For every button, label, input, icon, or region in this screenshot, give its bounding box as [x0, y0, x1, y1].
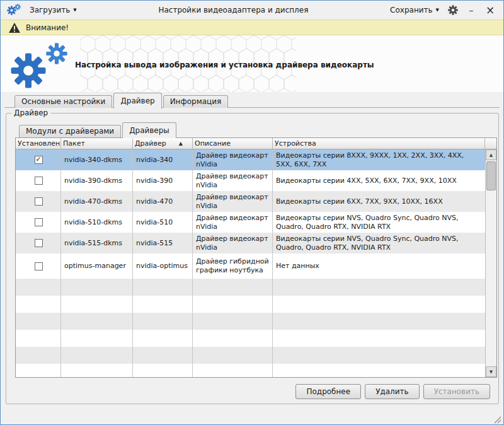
titlebar: Загрузить ▼ Настройки видеоадаптера и ди… — [1, 1, 503, 20]
installed-checkbox[interactable] — [35, 197, 43, 206]
installed-checkbox[interactable] — [35, 218, 43, 226]
column-divider — [132, 149, 133, 377]
sort-ascending-icon: ▲ — [179, 141, 183, 146]
table-row[interactable]: nvidia-390-dkms nvidia-390 Драйвер видео… — [16, 170, 485, 191]
driver-cell: nvidia-340 — [133, 149, 193, 170]
save-menu-label: Сохранить — [390, 6, 433, 15]
minimize-button[interactable]: – — [464, 4, 478, 16]
install-button[interactable]: Установить — [423, 384, 490, 399]
tab-drivers[interactable]: Драйверы — [122, 122, 176, 138]
tab-driver-modules[interactable]: Модули с драйверами — [19, 125, 121, 137]
driver-cell: nvidia-510 — [133, 212, 193, 233]
devices-cell: Видеокарты серии 8XXX, 9XXX, 1XX, 2XX, 3… — [273, 149, 485, 170]
col-header-package[interactable]: Пакет — [61, 138, 133, 149]
details-button[interactable]: Подробнее — [295, 384, 361, 399]
load-menu-label: Загрузить — [30, 6, 70, 15]
package-cell: nvidia-340-dkms — [61, 149, 133, 170]
description-cell: Драйвер видеокарт nVidia — [193, 233, 273, 253]
driver-cell: nvidia-390 — [133, 170, 193, 191]
tab-main-settings[interactable]: Основные настройки — [14, 95, 112, 108]
app-gears-icon — [7, 3, 22, 17]
remove-button[interactable]: Удалить — [365, 384, 420, 399]
package-cell: nvidia-470-dkms — [61, 191, 133, 212]
dropdown-arrow-icon: ▼ — [73, 8, 76, 13]
scrollbar-thumb[interactable] — [486, 161, 496, 190]
description-cell: Драйвер видеокарт nVidia — [193, 212, 273, 233]
save-menu-button[interactable]: Сохранить ▼ — [387, 4, 442, 16]
devices-cell: Видеокарты серии NVS, Quadro Sync, Quadr… — [273, 233, 485, 253]
installed-checkbox[interactable] — [35, 177, 43, 185]
column-divider — [192, 149, 193, 377]
description-cell: Драйвер гибридной графики ноутбука — [193, 253, 273, 279]
devices-cell: Видеокарты серии 4XX, 5XX, 6XX, 7XX, 9XX… — [273, 170, 485, 191]
devices-cell: Видеокарты серии 6XX, 7XX, 9XX, 10XX, 16… — [273, 191, 485, 212]
col-header-devices[interactable]: Устройства — [273, 138, 485, 149]
resize-grip[interactable] — [493, 414, 501, 422]
col-header-driver[interactable]: Драйвер ▲ — [133, 138, 193, 149]
tab-driver[interactable]: Драйвер — [113, 93, 161, 108]
header-corner — [485, 138, 496, 149]
app-window: Загрузить ▼ Настройки видеоадаптера и ди… — [0, 0, 504, 425]
load-menu-button[interactable]: Загрузить ▼ — [27, 4, 79, 16]
warning-triangle-icon — [8, 22, 21, 33]
devices-cell: Видеокарты серии NVS, Quadro Sync, Quadr… — [273, 212, 485, 233]
empty-rows-area — [16, 279, 485, 377]
app-logo-gears — [11, 43, 69, 90]
description-cell: Драйвер видеокарт nVidia — [193, 170, 273, 191]
devices-cell: Нет данных — [273, 253, 485, 279]
installed-checkbox[interactable] — [35, 262, 43, 271]
dropdown-arrow-icon: ▼ — [436, 8, 439, 13]
scroll-up-button[interactable]: ▲ — [486, 149, 496, 160]
description-cell: Драйвер видеокарт nVidia — [193, 149, 273, 170]
close-button[interactable]: × — [483, 4, 497, 16]
table-row[interactable]: nvidia-470-dkms nvidia-470 Драйвер видео… — [16, 191, 485, 212]
main-tabbar: Основные настройки Драйвер Информация — [1, 92, 503, 108]
table-row[interactable]: nvidia-510-dkms nvidia-510 Драйвер видео… — [16, 212, 485, 233]
installed-checkbox[interactable] — [35, 239, 43, 247]
warning-banner: Внимание! — [1, 20, 503, 35]
driver-tabbar: Модули с драйверами Драйверы — [19, 122, 178, 137]
column-divider — [60, 149, 61, 377]
drivers-table: Установлен Пакет Драйвер ▲ Описание Устр… — [15, 137, 497, 378]
groupbox-label: Драйвер — [11, 108, 50, 117]
table-row[interactable]: nvidia-515-dkms nvidia-515 Драйвер видео… — [16, 233, 485, 253]
warning-text: Внимание! — [26, 23, 69, 32]
col-header-description[interactable]: Описание — [193, 138, 273, 149]
table-body: nvidia-340-dkms nvidia-340 Драйвер видео… — [16, 149, 485, 377]
driver-cell: nvidia-515 — [133, 233, 193, 253]
package-cell: nvidia-390-dkms — [61, 170, 133, 191]
tab-information[interactable]: Информация — [163, 95, 229, 108]
installed-checkbox[interactable] — [35, 156, 43, 164]
package-cell: nvidia-515-dkms — [61, 233, 133, 253]
description-cell: Драйвер видеокарт nVidia — [193, 191, 273, 212]
driver-cell: nvidia-optimus — [133, 253, 193, 279]
scroll-down-icon: ▼ — [490, 370, 493, 375]
table-row[interactable]: nvidia-340-dkms nvidia-340 Драйвер видео… — [16, 149, 485, 170]
driver-groupbox: Драйвер Модули с драйверами Драйверы Уст… — [6, 113, 499, 404]
driver-cell: nvidia-470 — [133, 191, 193, 212]
settings-gear-icon[interactable] — [447, 4, 459, 16]
scroll-up-icon: ▲ — [490, 153, 493, 158]
col-header-installed[interactable]: Установлен — [16, 138, 61, 149]
package-cell: optimus-manager — [61, 253, 133, 279]
column-divider — [272, 149, 273, 377]
action-buttons: Подробнее Удалить Установить — [295, 384, 490, 399]
table-row[interactable]: optimus-manager nvidia-optimus Драйвер г… — [16, 253, 485, 279]
page-title: Настройка вывода изображения и установка… — [75, 61, 374, 69]
vertical-scrollbar[interactable]: ▲ ▼ — [485, 149, 496, 377]
header-banner: Настройка вывода изображения и установка… — [1, 35, 503, 92]
scroll-down-button[interactable]: ▼ — [486, 366, 496, 377]
package-cell: nvidia-510-dkms — [61, 212, 133, 233]
table-header: Установлен Пакет Драйвер ▲ Описание Устр… — [16, 138, 496, 149]
window-title: Настройки видеоадаптера и дисплея — [84, 6, 382, 15]
